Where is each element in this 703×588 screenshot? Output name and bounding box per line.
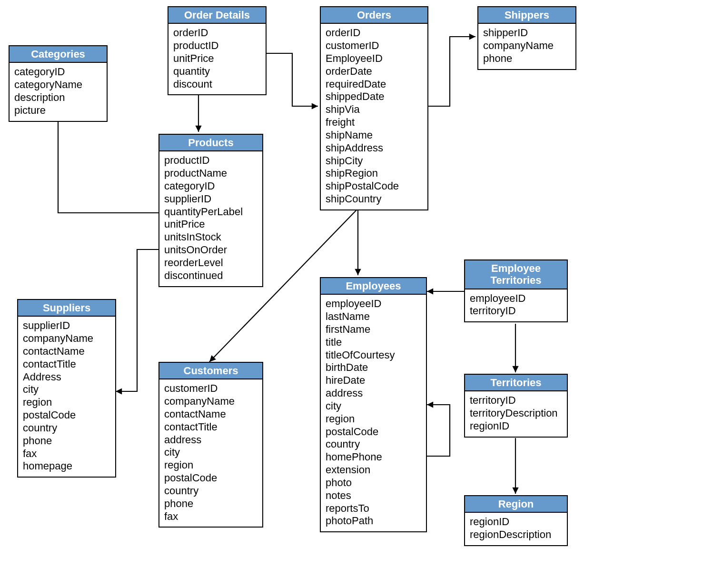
entity-products: ProductsproductIDproductNamecategoryIDsu… xyxy=(158,134,263,287)
field: reorderLevel xyxy=(164,257,257,269)
field: customerID xyxy=(326,40,423,52)
entity-shippers: ShippersshipperIDcompanyNamephone xyxy=(477,6,576,70)
field: regionID xyxy=(470,516,562,528)
field: unitsInStock xyxy=(164,231,257,244)
entity-header-orders: Orders xyxy=(321,7,427,24)
field: quantity xyxy=(173,65,261,78)
field: country xyxy=(164,485,257,498)
field: region xyxy=(23,396,110,409)
entity-body-employeeTerritories: employeeIDterritoryID xyxy=(465,289,567,322)
field: unitsOnOrder xyxy=(164,244,257,257)
field: hireDate xyxy=(326,374,421,387)
field: postalCode xyxy=(23,409,110,422)
field: shipVia xyxy=(326,103,423,116)
entity-header-employeeTerritories: EmployeeTerritories xyxy=(465,260,567,289)
entity-body-employees: employeeIDlastNamefirstNametitletitleOfC… xyxy=(321,295,426,531)
field: homePhone xyxy=(326,451,421,464)
connector-orderdetails-to-orders xyxy=(267,53,318,106)
entity-header-territories: Territories xyxy=(465,375,567,391)
connector-products-to-suppliers xyxy=(116,249,158,391)
field: notes xyxy=(326,489,421,502)
field: contactName xyxy=(23,345,110,358)
field: productName xyxy=(164,167,257,180)
field: shipCity xyxy=(326,155,423,168)
field: phone xyxy=(23,435,110,448)
field: companyName xyxy=(23,332,110,345)
field: customerID xyxy=(164,382,257,395)
field: extension xyxy=(326,464,421,477)
entity-suppliers: SupplierssupplierIDcompanyNamecontactNam… xyxy=(17,299,116,478)
field: phone xyxy=(483,52,571,65)
field: shipCountry xyxy=(326,193,423,206)
field: categoryName xyxy=(14,79,102,91)
entity-header-products: Products xyxy=(159,135,262,151)
field: reportsTo xyxy=(326,502,421,515)
entity-categories: CategoriescategoryIDcategoryNamedescript… xyxy=(9,45,108,122)
field: region xyxy=(326,413,421,426)
entity-header-region: Region xyxy=(465,496,567,513)
field: contactName xyxy=(164,408,257,421)
field: fax xyxy=(23,448,110,460)
connector-products-to-categories xyxy=(58,114,158,213)
field: birthDate xyxy=(326,361,421,374)
field: productID xyxy=(173,40,261,52)
field: supplierID xyxy=(164,193,257,206)
field: country xyxy=(326,438,421,451)
field: employeeID xyxy=(326,298,421,310)
field: employeeID xyxy=(470,292,562,305)
field: Address xyxy=(23,371,110,384)
connector-employees-self xyxy=(427,405,450,456)
field: orderDate xyxy=(326,65,423,78)
field: phone xyxy=(164,498,257,510)
field: fax xyxy=(164,510,257,523)
field: city xyxy=(326,400,421,413)
field: unitPrice xyxy=(173,52,261,65)
field: homepage xyxy=(23,460,110,473)
field: productID xyxy=(164,154,257,167)
field: unitPrice xyxy=(164,218,257,231)
entity-header-customers: Customers xyxy=(159,363,262,379)
field: photoPath xyxy=(326,515,421,528)
field: country xyxy=(23,422,110,435)
entity-body-orders: orderIDcustomerIDEmployeeIDorderDaterequ… xyxy=(321,24,427,209)
field: regionID xyxy=(470,420,562,433)
field: address xyxy=(326,387,421,400)
entity-body-products: productIDproductNamecategoryIDsupplierID… xyxy=(159,151,262,286)
field: territoryDescription xyxy=(470,407,562,420)
field: shipperID xyxy=(483,27,571,40)
entity-header-employees: Employees xyxy=(321,278,426,295)
field: titleOfCourtesy xyxy=(326,349,421,362)
entity-body-shippers: shipperIDcompanyNamephone xyxy=(478,24,575,69)
field: shipAddress xyxy=(326,142,423,155)
entity-body-suppliers: supplierIDcompanyNamecontactNamecontactT… xyxy=(18,317,115,477)
entity-body-region: regionIDregionDescription xyxy=(465,513,567,545)
entity-body-customers: customerIDcompanyNamecontactNamecontactT… xyxy=(159,379,262,527)
field: orderID xyxy=(326,27,423,40)
entity-employeeTerritories: EmployeeTerritoriesemployeeIDterritoryID xyxy=(464,259,568,322)
field: territoryID xyxy=(470,305,562,318)
field: companyName xyxy=(483,40,571,52)
field: contactTitle xyxy=(23,358,110,371)
field: freight xyxy=(326,116,423,129)
field: requiredDate xyxy=(326,78,423,91)
entity-header-shippers: Shippers xyxy=(478,7,575,24)
field: lastName xyxy=(326,310,421,323)
field: orderID xyxy=(173,27,261,40)
field: title xyxy=(326,336,421,349)
entity-region: RegionregionIDregionDescription xyxy=(464,495,568,546)
field: shippedDate xyxy=(326,90,423,103)
entity-customers: CustomerscustomerIDcompanyNamecontactNam… xyxy=(158,362,263,528)
field: region xyxy=(164,459,257,472)
field: discount xyxy=(173,78,261,91)
field: shipName xyxy=(326,129,423,142)
field: quantityPerLabel xyxy=(164,206,257,219)
field: categoryID xyxy=(14,66,102,79)
field: categoryID xyxy=(164,180,257,193)
field: shipRegion xyxy=(326,167,423,180)
field: territoryID xyxy=(470,394,562,407)
field: EmployeeID xyxy=(326,52,423,65)
field: regionDescription xyxy=(470,528,562,541)
field: address xyxy=(164,434,257,447)
field: contactTitle xyxy=(164,421,257,434)
entity-header-suppliers: Suppliers xyxy=(18,300,115,317)
